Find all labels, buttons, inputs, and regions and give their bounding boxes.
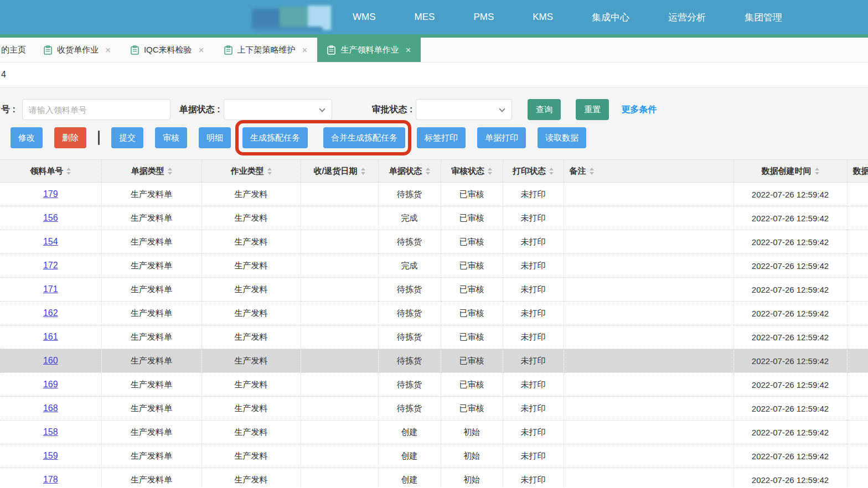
table-row[interactable]: 179生产发料单生产发料待拣货已审核未打印2022-07-26 12:59:42 [0,183,868,206]
toolbar-button[interactable]: 修改 [11,127,43,148]
toolbar-button[interactable]: 审核 [155,127,187,148]
doc-no-link[interactable]: 159 [43,451,58,460]
sort-icon[interactable] [361,168,365,175]
approval-status-select[interactable] [416,99,512,120]
column-header[interactable]: 数据创建时间 [733,160,847,183]
search-button[interactable]: 查询 [528,99,561,120]
doc-no-link[interactable]: 171 [43,284,58,294]
doc-no-link[interactable]: 154 [43,237,58,246]
column-header[interactable]: 打印状态 [503,160,564,183]
table-row[interactable]: 172生产发料单生产发料完成已审核未打印2022-07-26 12:59:42 [0,254,868,278]
toolbar-button[interactable]: 提交 [111,127,143,148]
cell-extra [847,420,868,444]
sort-asc-icon [488,168,492,170]
column-header[interactable]: 收/退货日期 [301,160,378,183]
doc-no-link[interactable]: 172 [43,261,58,270]
table-row[interactable]: 162生产发料单生产发料待拣货已审核未打印2022-07-26 12:59:42 [0,302,868,325]
sort-icon[interactable] [488,168,492,175]
nav-menu-item[interactable]: MES [415,12,435,23]
tab-item[interactable]: IQC来料检验× [121,38,214,62]
cell-extra [847,373,868,397]
sort-icon[interactable] [549,168,554,175]
app-window: WMSMESPMSKMS集成中心运营分析集团管理 的主页收货单作业×IQC来料检… [0,0,868,488]
doc-no-link[interactable]: 162 [43,308,58,318]
doc-status-select[interactable] [224,99,332,120]
column-header[interactable]: 备注 [564,160,733,183]
sort-desc-icon [267,172,272,175]
sort-icon[interactable] [590,168,594,175]
close-icon[interactable]: × [405,45,411,55]
doc-no-link[interactable]: 168 [43,403,58,413]
toolbar-button[interactable]: 合并生成拣配任务 [323,127,405,148]
toolbar-button[interactable]: 明细 [199,127,231,148]
doc-no-link[interactable]: 179 [43,189,58,199]
close-icon[interactable]: × [302,45,308,55]
cell-print-status: 未打印 [503,468,564,488]
doc-no-link[interactable]: 156 [43,213,58,222]
table-row[interactable]: 171生产发料单生产发料待拣货已审核未打印2022-07-26 12:59:42 [0,278,868,302]
table-row[interactable]: 159生产发料单生产发料创建初始未打印2022-07-26 12:59:42 [0,444,868,468]
table-row[interactable]: 160生产发料单生产发料待拣货已审核未打印2022-07-26 12:59:42 [0,349,868,373]
sort-icon[interactable] [815,168,819,175]
cell-doc-no: 171 [0,278,101,302]
sort-icon[interactable] [267,168,272,175]
toolbar-button[interactable]: 读取数据 [538,127,586,148]
tab-bar: 的主页收货单作业×IQC来料检验×上下架策略维护×生产领料单作业× [0,38,868,63]
more-conditions-link[interactable]: 更多条件 [621,104,657,116]
table-row[interactable]: 168生产发料单生产发料待拣货已审核未打印2022-07-26 12:59:42 [0,397,868,420]
doc-no-link[interactable]: 160 [43,356,58,365]
column-header[interactable]: 单据类型 [101,160,202,183]
table-row[interactable]: 158生产发料单生产发料创建初始未打印2022-07-26 12:59:42 [0,420,868,444]
table-row[interactable]: 154生产发料单生产发料待拣货已审核未打印2022-07-26 12:59:42 [0,230,868,254]
sort-asc-icon [549,168,554,170]
reset-button[interactable]: 重置 [576,99,609,120]
cell-recv-date [301,420,378,444]
doc-no-link[interactable]: 169 [43,380,58,389]
toolbar-button[interactable]: 单据打印 [477,127,526,148]
cell-remark [564,420,733,444]
cell-print-status: 未打印 [503,349,564,373]
cell-created-at: 2022-07-26 12:59:42 [733,254,847,278]
table-row[interactable]: 161生产发料单生产发料待拣货已审核未打印2022-07-26 12:59:42 [0,325,868,349]
cell-print-status: 未打印 [503,230,564,254]
doc-no-link[interactable]: 178 [43,475,58,484]
toolbar-button[interactable]: 标签打印 [417,127,466,148]
nav-menu-item[interactable]: 集成中心 [592,11,629,24]
column-header[interactable]: 审核状态 [441,160,503,183]
sort-icon[interactable] [168,168,172,175]
nav-menu-item[interactable]: 集团管理 [745,11,782,24]
tab-item[interactable]: 收货单作业× [34,38,121,62]
nav-menu-item[interactable]: PMS [473,12,494,23]
table-row[interactable]: 178生产发料单生产发料创建初始未打印2022-07-26 12:59:42 [0,468,868,488]
doc-no-link[interactable]: 161 [43,332,58,341]
column-header[interactable]: 作业类型 [202,160,301,183]
cell-doc-type: 生产发料单 [101,420,202,444]
column-header-label: 审核状态 [451,166,484,176]
column-header[interactable]: 单据状态 [378,160,441,183]
page-title-partial: 4 [1,70,6,80]
nav-menu-item[interactable]: 运营分析 [668,11,706,24]
tab-item[interactable]: 上下架策略维护× [214,38,318,62]
sort-icon[interactable] [426,168,430,175]
table-row[interactable]: 156生产发料单生产发料完成已审核未打印2022-07-26 12:59:42 [0,206,868,230]
sort-asc-icon [361,168,365,170]
tab-item[interactable]: 的主页 [0,38,34,62]
close-icon[interactable]: × [199,45,204,55]
toolbar-button[interactable]: 删除 [54,127,86,148]
toolbar-button[interactable]: 生成拣配任务 [242,127,308,148]
toolbar: 修改删除提交审核明细生成拣配任务合并生成拣配任务标签打印单据打印读取数据 [0,127,868,148]
sort-icon[interactable] [66,168,71,175]
table-row[interactable]: 169生产发料单生产发料待拣货已审核未打印2022-07-26 12:59:42 [0,373,868,397]
column-header[interactable]: 数据 [847,160,868,183]
cell-remark [564,206,733,230]
nav-menu-item[interactable]: KMS [533,12,553,23]
tab-label: 上下架策略维护 [237,45,296,55]
cell-created-at: 2022-07-26 12:59:42 [733,206,847,230]
column-header[interactable]: 领料单号 [0,160,101,183]
sort-desc-icon [426,172,430,175]
nav-menu-item[interactable]: WMS [353,12,376,23]
close-icon[interactable]: × [105,45,111,55]
doc-no-input[interactable] [22,99,170,120]
doc-no-link[interactable]: 158 [43,427,58,437]
tab-active[interactable]: 生产领料单作业× [317,38,421,62]
